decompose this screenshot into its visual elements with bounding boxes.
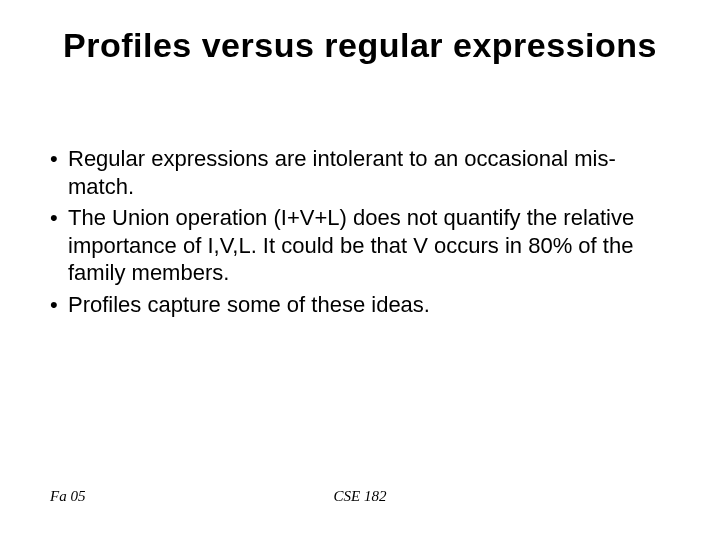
list-item: • Regular expressions are intolerant to … <box>50 145 670 200</box>
bullet-dot-icon: • <box>50 145 68 173</box>
list-item: • The Union operation (I+V+L) does not q… <box>50 204 670 287</box>
list-item: • Profiles capture some of these ideas. <box>50 291 670 319</box>
footer-center: CSE 182 <box>50 488 670 505</box>
slide: Profiles versus regular expressions • Re… <box>0 0 720 540</box>
slide-title: Profiles versus regular expressions <box>50 26 670 65</box>
bullet-dot-icon: • <box>50 291 68 319</box>
slide-body: • Regular expressions are intolerant to … <box>50 145 670 318</box>
bullet-text: The Union operation (I+V+L) does not qua… <box>68 204 670 287</box>
bullet-text: Profiles capture some of these ideas. <box>68 291 670 319</box>
slide-footer: Fa 05 CSE 182 <box>50 488 670 510</box>
bullet-text: Regular expressions are intolerant to an… <box>68 145 670 200</box>
bullet-dot-icon: • <box>50 204 68 232</box>
